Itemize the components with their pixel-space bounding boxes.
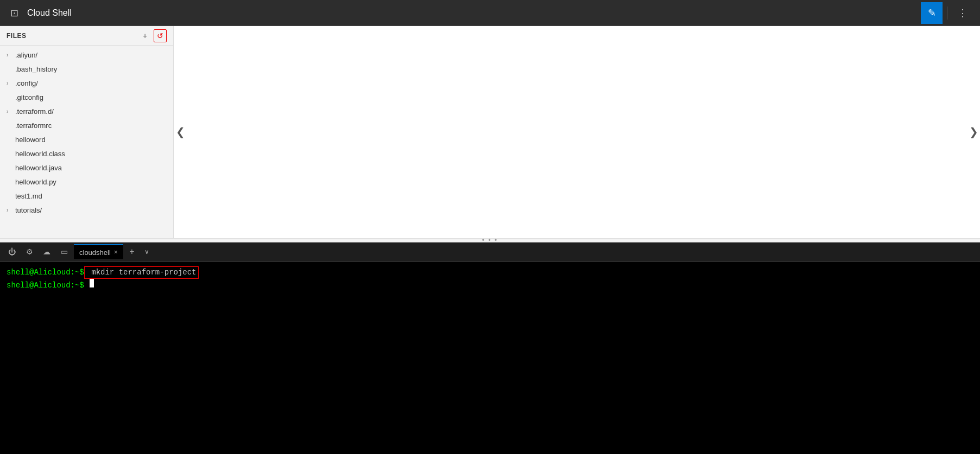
chevron-right-icon: ❯ [969,125,978,138]
file-name-bash-history: .bash_history [15,65,167,73]
file-item-terraform-d[interactable]: › .terraform.d/ [0,104,173,118]
terminal-line-1: shell@Alicloud:~$ mkdir terraform-projec… [7,266,973,279]
file-name-helloword: helloword [15,136,167,144]
add-file-button[interactable]: + [138,29,151,42]
file-name-helloworld-py: helloworld.py [15,178,167,186]
editor-content-area: ❮ ❯ [174,26,980,238]
chevron-right-icon-config: › [7,80,15,86]
file-item-aliyun[interactable]: › .aliyun/ [0,48,173,62]
file-explorer-sidebar: FILES + ↺ › .aliyun/ [0,26,174,238]
terminal-line-2: shell@Alicloud:~$ [7,279,973,291]
file-item-terraformrc[interactable]: .terraformrc [0,118,173,132]
file-item-tutorials[interactable]: › tutorials/ [0,203,173,217]
files-label: FILES [7,32,27,40]
settings-icon: ⚙ [26,247,33,256]
file-name-tutorials: tutorials/ [15,206,167,214]
terminal-power-button[interactable]: ⏻ [4,244,20,259]
terminal-space [84,280,88,291]
file-item-helloworld-py[interactable]: helloworld.py [0,175,173,189]
file-item-helloworld-class[interactable]: helloworld.class [0,146,173,161]
file-item-helloworld-java[interactable]: helloworld.java [0,161,173,175]
file-name-terraformrc: .terraformrc [15,122,167,130]
terminal-storage-button[interactable]: ▭ [56,244,72,259]
edit-button[interactable]: ✎ [921,2,943,24]
app-title: Cloud Shell [27,8,72,18]
terminal-prompt-1: shell@Alicloud:~$ [7,267,84,278]
power-icon: ⏻ [8,247,16,256]
editor-area: FILES + ↺ › .aliyun/ [0,26,980,238]
add-icon: + [143,31,147,40]
terminal-dropdown-button[interactable]: ∨ [141,245,154,258]
header: ⊡ Cloud Shell ✎ ⋮ [0,0,980,26]
edit-icon: ✎ [928,7,936,19]
resize-handle[interactable]: • • • [0,238,980,242]
header-right: ✎ ⋮ [921,2,973,24]
dropdown-icon: ∨ [144,248,149,255]
file-name-gitconfig: .gitconfig [15,93,167,101]
terminal-settings-button[interactable]: ⚙ [22,244,37,259]
sidebar-actions: + ↺ [138,29,167,42]
terminal-prompt-2: shell@Alicloud:~$ [7,280,84,291]
nav-left-button[interactable]: ❮ [174,121,187,143]
file-name-helloworld-java: helloworld.java [15,164,167,172]
file-name-test1-md: test1.md [15,192,167,200]
refresh-button[interactable]: ↺ [154,29,167,42]
nav-right-button[interactable]: ❯ [967,121,980,143]
file-item-helloword[interactable]: helloword [0,132,173,146]
more-options-button[interactable]: ⋮ [952,2,973,24]
file-name-config: .config/ [15,79,167,87]
terminal-tabs-bar: ⏻ ⚙ ☁ ▭ cloudshell × + ∨ [0,242,980,262]
add-tab-icon: + [129,247,134,257]
terminal-tab-close-button[interactable]: × [114,248,118,256]
terminal-cloud-button[interactable]: ☁ [39,244,54,259]
file-item-gitconfig[interactable]: .gitconfig [0,90,173,104]
chevron-left-icon: ❮ [176,125,185,138]
terminal-area: ⏻ ⚙ ☁ ▭ cloudshell × + ∨ [0,242,980,455]
file-name-terraform-d: .terraform.d/ [15,107,167,116]
file-item-test1-md[interactable]: test1.md [0,189,173,203]
more-icon: ⋮ [958,7,968,19]
storage-icon: ▭ [61,247,68,256]
terminal-command-highlighted: mkdir terraform-project [84,266,199,279]
file-name-aliyun: .aliyun/ [15,51,167,59]
file-name-helloworld-class: helloworld.class [15,150,167,158]
cloud-shell-icon: ⊡ [7,5,22,21]
terminal-tab-label: cloudshell [79,248,111,257]
header-left: ⊡ Cloud Shell [7,5,72,21]
terminal-content[interactable]: shell@Alicloud:~$ mkdir terraform-projec… [0,262,980,455]
main-area: FILES + ↺ › .aliyun/ [0,26,980,454]
terminal-add-tab-button[interactable]: + [125,245,138,258]
chevron-right-icon-tutorials: › [7,207,15,213]
sidebar-header: FILES + ↺ [0,26,173,46]
refresh-icon: ↺ [157,31,163,40]
file-list: › .aliyun/ .bash_history › .config/ .git… [0,46,173,238]
chevron-right-icon: › [7,52,15,58]
terminal-cursor [90,279,94,287]
file-item-config[interactable]: › .config/ [0,76,173,90]
header-divider [947,7,947,20]
file-item-bash-history[interactable]: .bash_history [0,62,173,76]
chevron-right-icon-terraform-d: › [7,108,15,114]
terminal-tab-cloudshell[interactable]: cloudshell × [74,244,123,259]
cloud-icon: ☁ [43,247,50,256]
